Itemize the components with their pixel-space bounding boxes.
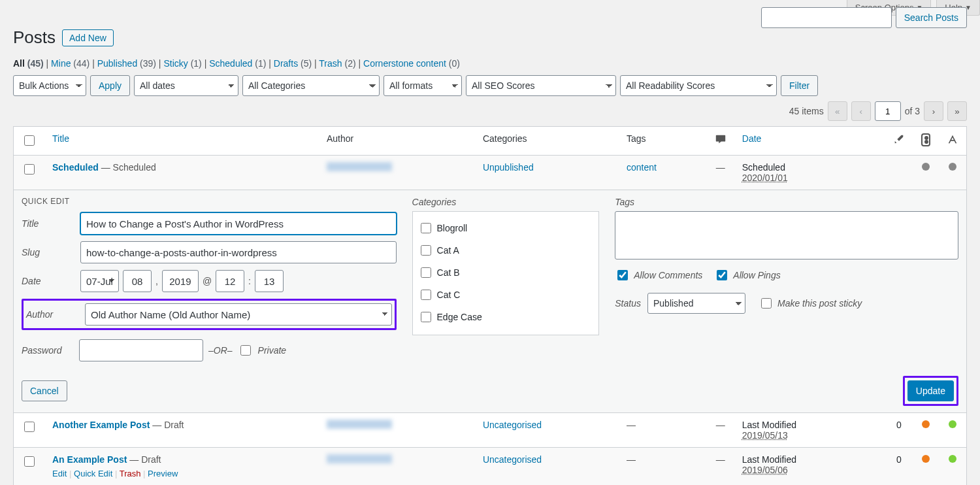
filter-sticky[interactable]: Sticky (1) xyxy=(163,58,201,69)
col-categories: Categories xyxy=(475,127,619,156)
seo-dot-gray xyxy=(922,163,930,171)
tag-link[interactable]: content xyxy=(627,162,657,173)
comments-dash: — xyxy=(716,420,725,430)
author-blurred xyxy=(327,162,392,171)
filter-all[interactable]: All (45) xyxy=(13,58,44,69)
prev-page-button[interactable]: ‹ xyxy=(851,101,871,121)
date-label: Scheduled xyxy=(742,162,785,173)
add-new-button[interactable]: Add New xyxy=(62,29,114,46)
col-author: Author xyxy=(319,127,475,156)
category-filter-select[interactable]: All Categories xyxy=(242,75,380,96)
posts-table: Title Author Categories Tags Date Schedu… xyxy=(13,126,967,485)
readability-dot-gray xyxy=(949,163,956,171)
cancel-button[interactable]: Cancel xyxy=(22,380,67,401)
qe-title-input[interactable] xyxy=(80,212,397,235)
allow-pings-checkbox[interactable] xyxy=(717,270,727,280)
row-checkbox[interactable] xyxy=(24,164,35,175)
readability-dot-green xyxy=(949,420,956,428)
qe-private-checkbox[interactable] xyxy=(240,345,251,356)
select-all-checkbox[interactable] xyxy=(24,135,35,146)
seo-dot-orange xyxy=(922,420,930,428)
current-page-input[interactable] xyxy=(875,101,901,121)
status-filter-links: All (45) | Mine (44) | Published (39) | … xyxy=(13,58,967,69)
date-label: Last Modified xyxy=(742,420,796,430)
preview-link[interactable]: Preview xyxy=(148,469,178,478)
cat-checkbox[interactable] xyxy=(421,290,431,300)
qe-day-input[interactable] xyxy=(123,270,152,292)
update-button[interactable]: Update xyxy=(907,380,954,401)
qe-title-label: Title xyxy=(22,218,74,229)
quick-edit-header: QUICK EDIT xyxy=(22,197,397,206)
filter-cornerstone[interactable]: Cornerstone content (0) xyxy=(363,58,460,69)
qe-tags-textarea[interactable] xyxy=(615,211,958,259)
trash-link[interactable]: Trash xyxy=(120,469,141,478)
qe-author-select[interactable]: Old Author Name (Old Author Name) xyxy=(85,303,392,326)
filter-scheduled[interactable]: Scheduled (1) xyxy=(209,58,266,69)
quick-edit-link[interactable]: Quick Edit xyxy=(74,469,112,478)
qe-year-input[interactable] xyxy=(162,270,199,292)
apply-button[interactable]: Apply xyxy=(90,75,130,96)
qe-sticky-checkbox[interactable] xyxy=(761,298,772,309)
cat-checkbox[interactable] xyxy=(421,223,431,233)
qe-or: –OR– xyxy=(208,345,233,356)
cat-checkbox[interactable] xyxy=(421,267,431,278)
comments-dash: — xyxy=(716,454,725,465)
category-link[interactable]: Uncategorised xyxy=(483,420,542,430)
qe-author-label: Author xyxy=(26,309,78,320)
col-date[interactable]: Date xyxy=(742,133,762,144)
qe-minute-input[interactable] xyxy=(255,270,284,292)
author-blurred xyxy=(327,454,392,463)
cat-item: Cat B xyxy=(418,261,594,284)
qe-hour-input[interactable] xyxy=(216,270,244,292)
table-row: Another Example Post — Draft Uncategoris… xyxy=(14,413,967,448)
search-input[interactable] xyxy=(761,7,892,28)
seo-filter-select[interactable]: All SEO Scores xyxy=(466,75,616,96)
filter-button[interactable]: Filter xyxy=(781,75,818,96)
bulk-actions-select[interactable]: Bulk Actions xyxy=(13,75,86,96)
row-actions: Edit | Quick Edit | Trash | Preview xyxy=(52,469,311,478)
cat-checkbox[interactable] xyxy=(421,245,431,256)
first-page-button[interactable]: « xyxy=(828,101,847,121)
date-filter-select[interactable]: All dates xyxy=(134,75,238,96)
pagination-total: of 3 xyxy=(905,106,920,116)
tag-dash: — xyxy=(627,420,636,430)
filter-drafts[interactable]: Drafts (5) xyxy=(274,58,312,69)
links-count: 0 xyxy=(896,454,902,465)
filter-published[interactable]: Published (39) xyxy=(97,58,156,69)
qe-slug-input[interactable] xyxy=(80,241,397,263)
row-checkbox[interactable] xyxy=(24,456,35,467)
post-title-link[interactable]: Another Example Post xyxy=(52,420,150,430)
edit-link[interactable]: Edit xyxy=(52,469,67,478)
qe-tags-label: Tags xyxy=(615,197,958,207)
category-link[interactable]: Unpublished xyxy=(483,162,534,173)
qe-author-highlight: Author Old Author Name (Old Author Name) xyxy=(22,299,397,330)
seo-dot-orange xyxy=(922,455,930,463)
qe-slug-label: Slug xyxy=(22,247,74,258)
qe-status-select[interactable]: Published xyxy=(647,293,745,314)
readability-filter-select[interactable]: All Readability Scores xyxy=(620,75,777,96)
last-page-button[interactable]: » xyxy=(947,101,967,121)
col-title[interactable]: Title xyxy=(52,133,69,144)
qe-categories-list[interactable]: Blogroll Cat A Cat B Cat C Edge Case xyxy=(412,211,600,335)
cat-checkbox[interactable] xyxy=(421,312,431,322)
qe-password-input[interactable] xyxy=(79,339,203,361)
post-title-link[interactable]: An Example Post xyxy=(52,454,127,465)
row-checkbox[interactable] xyxy=(24,422,35,432)
category-link[interactable]: Uncategorised xyxy=(483,454,542,465)
filter-mine[interactable]: Mine (44) xyxy=(51,58,90,69)
qe-month-select[interactable]: 07-Jul xyxy=(80,270,119,292)
post-title-link[interactable]: Scheduled xyxy=(52,162,99,173)
qe-categories-label: Categories xyxy=(412,197,600,207)
tag-dash: — xyxy=(627,454,636,465)
readability-icon xyxy=(947,137,958,147)
next-page-button[interactable]: › xyxy=(924,101,943,121)
allow-comments-checkbox[interactable] xyxy=(617,270,628,280)
search-posts-button[interactable]: Search Posts xyxy=(896,7,967,28)
filter-trash[interactable]: Trash (2) xyxy=(319,58,355,69)
post-state: — Draft xyxy=(152,420,184,430)
format-filter-select[interactable]: All formats xyxy=(384,75,462,96)
page-title: Posts xyxy=(13,27,56,48)
author-blurred xyxy=(327,420,392,429)
cat-item: Edge Case xyxy=(418,306,594,328)
qe-status-label: Status xyxy=(615,298,641,309)
